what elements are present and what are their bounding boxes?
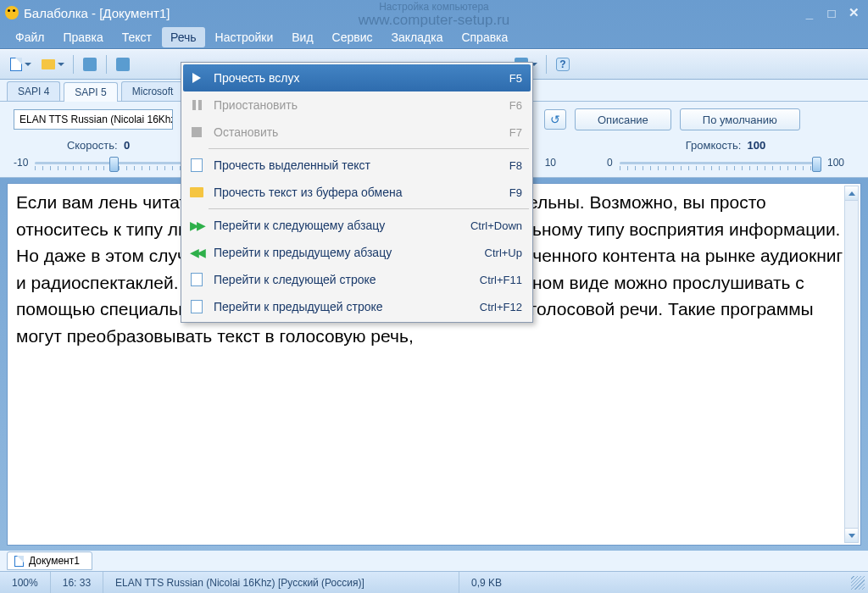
vol-min: 0	[607, 157, 613, 169]
refresh-button[interactable]: ↺	[544, 109, 566, 130]
menu-item-приостановить: ПриостановитьF6	[183, 91, 531, 119]
folder-icon	[42, 59, 55, 69]
speed-slider[interactable]	[35, 155, 183, 170]
document-tab[interactable]: Документ1	[7, 551, 92, 570]
speed-min: -10	[14, 157, 28, 169]
menu-item-shortcut: Ctrl+F12	[480, 301, 522, 313]
description-button[interactable]: Описание	[575, 108, 671, 130]
pause-icon	[186, 95, 207, 115]
doc-icon	[186, 269, 207, 290]
status-zoom: 100%	[0, 572, 51, 593]
menu-item-label: Перейти к предыдущей строке	[214, 300, 480, 313]
close-button[interactable]: ✕	[844, 5, 863, 20]
doc-icon	[186, 296, 207, 317]
generic-icon	[83, 58, 97, 71]
statusbar: 100% 16: 33 ELAN TTS Russian (Nicolai 16…	[0, 571, 868, 593]
vertical-scrollbar[interactable]	[844, 186, 859, 543]
menu-item-прочесть-вслух[interactable]: Прочесть вслухF5	[183, 64, 531, 91]
menu-справка[interactable]: Справка	[453, 27, 516, 47]
menu-item-прочесть-выделенный-текс[interactable]: Прочесть выделенный текстF8	[183, 152, 531, 179]
menu-сервис[interactable]: Сервис	[324, 27, 381, 47]
menu-item-перейти-к-следующей-стро[interactable]: Перейти к следующей строкеCtrl+F11	[183, 266, 531, 293]
menu-item-shortcut: F9	[509, 186, 522, 199]
window-title: Балаболка - [Документ1]	[24, 6, 170, 20]
menu-вид[interactable]: Вид	[283, 27, 321, 47]
rw-icon: ◀◀	[186, 242, 207, 263]
separator	[73, 55, 74, 74]
menu-текст[interactable]: Текст	[114, 27, 160, 47]
watermark-line2: www.computer-setup.ru	[359, 13, 510, 29]
document-tab-label: Документ1	[29, 555, 80, 567]
help-icon: ?	[556, 58, 570, 71]
menu-item-label: Остановить	[214, 125, 509, 139]
pitch-max: 10	[545, 157, 556, 169]
toolbar-btn-1[interactable]	[79, 53, 101, 75]
menu-item-label: Прочесть текст из буфера обмена	[214, 186, 509, 199]
maximize-button[interactable]: □	[822, 5, 841, 20]
app-icon	[5, 6, 19, 19]
minimize-button[interactable]: _	[800, 5, 819, 20]
document-icon	[14, 556, 24, 567]
menu-item-shortcut: F7	[509, 126, 522, 139]
tab-sapi-5[interactable]: SAPI 5	[64, 82, 117, 102]
status-size: 0,9 KB	[459, 572, 514, 593]
document-tabs: Документ1	[0, 551, 868, 571]
menubar: ФайлПравкаТекстРечьНастройкиВидСервисЗак…	[0, 25, 868, 49]
menu-файл[interactable]: Файл	[7, 27, 53, 47]
tab-microsoft[interactable]: Microsoft	[121, 81, 185, 101]
open-button[interactable]	[37, 53, 68, 75]
menu-item-label: Перейти к следующему абзацу	[214, 219, 470, 232]
menu-item-shortcut: F5	[509, 72, 522, 85]
menu-separator	[209, 208, 529, 209]
scroll-up-button[interactable]	[845, 186, 858, 201]
document-icon	[10, 58, 22, 71]
folder-icon	[186, 182, 207, 202]
generic-icon	[116, 58, 130, 71]
menu-речь[interactable]: Речь	[162, 27, 205, 47]
volume-label: Громкость: 100	[607, 139, 844, 152]
separator	[546, 55, 547, 74]
menu-закладка[interactable]: Закладка	[383, 27, 452, 47]
titlebar: Балаболка - [Документ1] Настройка компью…	[0, 0, 868, 25]
help-button[interactable]: ?	[552, 53, 574, 75]
vol-max: 100	[827, 157, 844, 169]
menu-item-перейти-к-предыдущей-стр[interactable]: Перейти к предыдущей строкеCtrl+F12	[183, 293, 531, 320]
menu-item-shortcut: Ctrl+Down	[470, 219, 522, 232]
menu-item-shortcut: F8	[509, 159, 522, 172]
ff-icon: ▶▶	[186, 215, 207, 236]
tab-sapi-4[interactable]: SAPI 4	[7, 81, 60, 101]
speed-label: Скорость: 0	[14, 139, 183, 152]
menu-item-label: Перейти к предыдущему абзацу	[214, 246, 485, 259]
menu-item-label: Прочесть выделенный текст	[214, 158, 509, 172]
menu-правка[interactable]: Правка	[54, 27, 111, 47]
speech-menu-dropdown: Прочесть вслухF5ПриостановитьF6Остановит…	[181, 62, 533, 323]
watermark: Настройка компьютера www.computer-setup.…	[359, 2, 510, 29]
stop-icon	[186, 122, 207, 142]
menu-настройки[interactable]: Настройки	[207, 27, 282, 47]
play-icon	[186, 68, 207, 88]
menu-item-перейти-к-следующему-абз[interactable]: ▶▶Перейти к следующему абзацуCtrl+Down	[183, 212, 531, 239]
menu-item-label: Перейти к следующей строке	[214, 273, 480, 286]
menu-item-прочесть-текст-из-буфера[interactable]: Прочесть текст из буфера обменаF9	[183, 179, 531, 206]
chevron-up-icon	[849, 191, 855, 196]
menu-item-label: Приостановить	[214, 98, 509, 112]
doc-icon	[186, 155, 207, 175]
menu-item-shortcut: Ctrl+Up	[485, 247, 522, 259]
status-voice: ELAN TTS Russian (Nicolai 16Khz) [Русски…	[103, 572, 459, 593]
new-button[interactable]	[5, 53, 36, 75]
separator	[106, 55, 107, 74]
status-position: 16: 33	[51, 572, 103, 593]
menu-item-shortcut: Ctrl+F11	[480, 274, 522, 286]
voice-select[interactable]: ELAN TTS Russian (Nicolai 16Khz)	[14, 109, 173, 130]
menu-item-label: Прочесть вслух	[214, 71, 509, 85]
scroll-down-button[interactable]	[845, 528, 858, 542]
menu-item-перейти-к-предыдущему-аб[interactable]: ◀◀Перейти к предыдущему абзацуCtrl+Up	[183, 239, 531, 266]
resize-grip[interactable]	[851, 576, 865, 590]
menu-separator	[209, 148, 529, 149]
volume-slider[interactable]	[620, 155, 821, 170]
menu-item-shortcut: F6	[509, 99, 522, 112]
toolbar-btn-2[interactable]	[112, 53, 134, 75]
chevron-down-icon	[849, 534, 855, 538]
default-button[interactable]: По умолчанию	[680, 108, 800, 130]
menu-item-остановить: ОстановитьF7	[183, 119, 531, 146]
